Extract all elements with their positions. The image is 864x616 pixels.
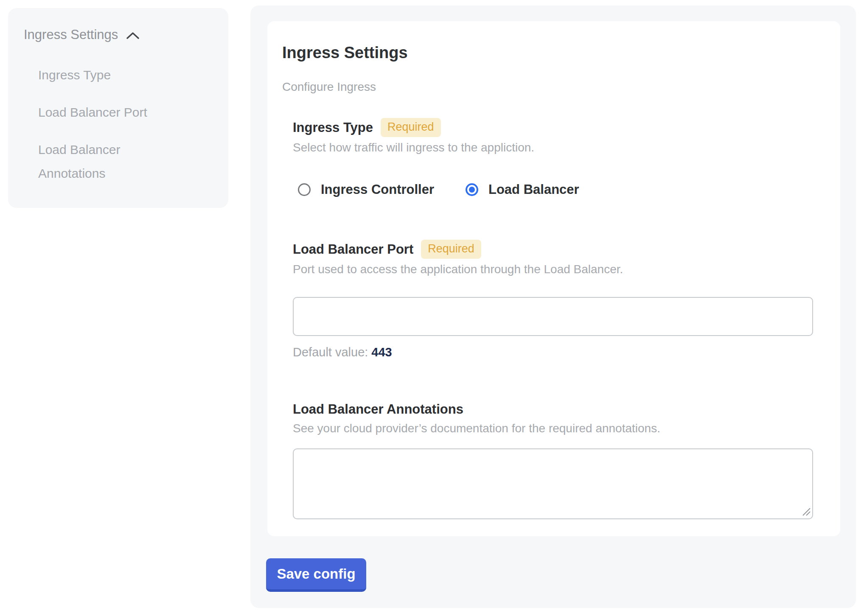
- sidebar-group-label: Ingress Settings: [24, 27, 118, 43]
- radio-option-ingress-controller[interactable]: Ingress Controller: [298, 182, 434, 197]
- section-description-load-balancer-port: Port used to access the application thro…: [293, 262, 813, 277]
- required-badge: Required: [381, 118, 441, 137]
- default-value: 443: [371, 345, 392, 359]
- sidebar-item-load-balancer-port[interactable]: Load Balancer Port: [38, 101, 182, 124]
- section-ingress-type: Ingress Type Required Select how traffic…: [293, 118, 813, 197]
- section-heading-ingress-type: Ingress Type: [293, 119, 373, 136]
- sidebar-item-ingress-type[interactable]: Ingress Type: [38, 63, 182, 87]
- form-sections: Ingress Type Required Select how traffic…: [293, 118, 813, 519]
- section-load-balancer-port: Load Balancer Port Required Port used to…: [293, 240, 813, 359]
- chevron-up-icon: [126, 27, 139, 43]
- section-load-balancer-annotations: Load Balancer Annotations See your cloud…: [293, 401, 813, 519]
- radio-label-load-balancer: Load Balancer: [488, 182, 579, 197]
- save-config-button[interactable]: Save config: [266, 558, 366, 592]
- sidebar-item-load-balancer-annotations[interactable]: Load Balancer Annotations: [38, 138, 182, 185]
- section-heading-load-balancer-port: Load Balancer Port: [293, 241, 413, 258]
- default-value-label: Default value:: [293, 345, 368, 359]
- annotations-textarea-wrap: [293, 448, 813, 519]
- radio-option-load-balancer[interactable]: Load Balancer: [466, 182, 579, 197]
- radio-circle-load-balancer[interactable]: [466, 183, 478, 196]
- settings-sidebar: Ingress Settings Ingress Type Load Balan…: [8, 8, 228, 208]
- load-balancer-annotations-textarea[interactable]: [293, 448, 813, 519]
- radio-label-ingress-controller: Ingress Controller: [321, 182, 434, 197]
- required-badge: Required: [421, 240, 481, 259]
- section-description-ingress-type: Select how traffic will ingress to the a…: [293, 140, 813, 155]
- section-heading-load-balancer-annotations: Load Balancer Annotations: [293, 401, 463, 418]
- sidebar-list: Ingress Type Load Balancer Port Load Bal…: [24, 63, 182, 185]
- page-subtitle: Configure Ingress: [282, 80, 815, 94]
- ingress-type-radio-group: Ingress Controller Load Balancer: [298, 182, 813, 197]
- resize-handle-icon[interactable]: [802, 507, 811, 516]
- default-value-line: Default value:443: [293, 345, 813, 359]
- load-balancer-port-input[interactable]: [293, 297, 813, 336]
- section-description-load-balancer-annotations: See your cloud provider’s documentation …: [293, 421, 813, 436]
- radio-circle-ingress-controller[interactable]: [298, 183, 311, 196]
- sidebar-group-ingress-settings[interactable]: Ingress Settings: [24, 27, 216, 43]
- main-panel: Ingress Settings Configure Ingress Ingre…: [250, 6, 856, 608]
- page-title: Ingress Settings: [282, 43, 815, 62]
- ingress-settings-card: Ingress Settings Configure Ingress Ingre…: [267, 21, 840, 536]
